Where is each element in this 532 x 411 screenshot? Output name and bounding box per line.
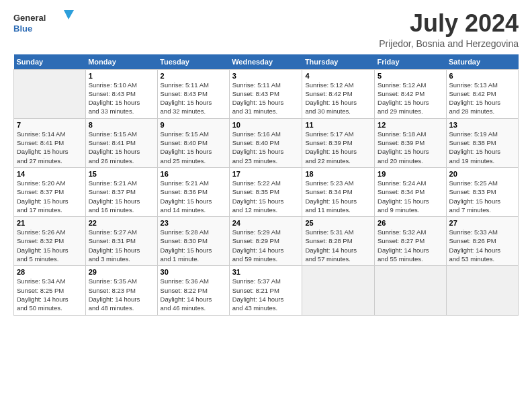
day-info: Sunrise: 5:15 AMSunset: 8:40 PMDaylight:…	[161, 130, 226, 165]
day-number: 25	[305, 219, 371, 227]
day-info: Sunrise: 5:11 AMSunset: 8:43 PMDaylight:…	[161, 81, 226, 116]
table-row	[375, 266, 447, 315]
calendar-table: Sunday Monday Tuesday Wednesday Thursday…	[13, 54, 519, 316]
day-number: 7	[17, 121, 83, 129]
table-row: 6Sunrise: 5:13 AMSunset: 8:42 PMDaylight…	[446, 69, 518, 118]
table-row: 19Sunrise: 5:24 AMSunset: 8:34 PMDayligh…	[375, 167, 447, 216]
week-row-2: 7Sunrise: 5:14 AMSunset: 8:41 PMDaylight…	[14, 118, 519, 167]
day-number: 12	[378, 121, 443, 129]
table-row: 1Sunrise: 5:10 AMSunset: 8:43 PMDaylight…	[85, 69, 157, 118]
page: General Blue July 2024 Prijedor, Bosnia …	[0, 0, 532, 411]
table-row: 4Sunrise: 5:12 AMSunset: 8:42 PMDaylight…	[302, 69, 375, 118]
day-info: Sunrise: 5:16 AMSunset: 8:40 PMDaylight:…	[232, 130, 300, 165]
day-number: 22	[89, 219, 154, 227]
day-number: 28	[17, 268, 83, 276]
table-row: 8Sunrise: 5:15 AMSunset: 8:41 PMDaylight…	[85, 118, 157, 167]
day-info: Sunrise: 5:25 AMSunset: 8:33 PMDaylight:…	[449, 179, 515, 214]
table-row: 21Sunrise: 5:26 AMSunset: 8:32 PMDayligh…	[14, 217, 86, 266]
table-row: 10Sunrise: 5:16 AMSunset: 8:40 PMDayligh…	[229, 118, 302, 167]
day-info: Sunrise: 5:33 AMSunset: 8:26 PMDaylight:…	[449, 228, 515, 263]
table-row: 22Sunrise: 5:27 AMSunset: 8:31 PMDayligh…	[85, 217, 157, 266]
table-row: 13Sunrise: 5:19 AMSunset: 8:38 PMDayligh…	[446, 118, 518, 167]
day-info: Sunrise: 5:29 AMSunset: 8:29 PMDaylight:…	[232, 228, 300, 263]
day-number: 14	[17, 170, 83, 178]
table-row	[302, 266, 375, 315]
day-info: Sunrise: 5:22 AMSunset: 8:35 PMDaylight:…	[232, 179, 300, 214]
col-tuesday: Tuesday	[157, 54, 229, 70]
day-info: Sunrise: 5:12 AMSunset: 8:42 PMDaylight:…	[378, 81, 443, 116]
table-row: 23Sunrise: 5:28 AMSunset: 8:30 PMDayligh…	[157, 217, 229, 266]
day-info: Sunrise: 5:19 AMSunset: 8:38 PMDaylight:…	[449, 130, 515, 165]
location-title: Prijedor, Bosnia and Herzegovina	[379, 38, 519, 49]
day-number: 8	[89, 121, 154, 129]
table-row: 12Sunrise: 5:18 AMSunset: 8:39 PMDayligh…	[375, 118, 447, 167]
table-row: 25Sunrise: 5:31 AMSunset: 8:28 PMDayligh…	[302, 217, 375, 266]
day-number: 3	[232, 72, 300, 80]
svg-marker-1	[64, 10, 74, 19]
table-row: 17Sunrise: 5:22 AMSunset: 8:35 PMDayligh…	[229, 167, 302, 216]
table-row: 27Sunrise: 5:33 AMSunset: 8:26 PMDayligh…	[446, 217, 518, 266]
day-info: Sunrise: 5:14 AMSunset: 8:41 PMDaylight:…	[17, 130, 83, 165]
table-row: 30Sunrise: 5:36 AMSunset: 8:22 PMDayligh…	[157, 266, 229, 315]
day-number: 11	[305, 121, 371, 129]
col-wednesday: Wednesday	[229, 54, 302, 70]
day-number: 13	[449, 121, 515, 129]
table-row	[14, 69, 86, 118]
day-number: 1	[89, 72, 154, 80]
day-number: 21	[17, 219, 83, 227]
day-info: Sunrise: 5:21 AMSunset: 8:37 PMDaylight:…	[89, 179, 154, 214]
day-number: 19	[378, 170, 443, 178]
table-row: 31Sunrise: 5:37 AMSunset: 8:21 PMDayligh…	[229, 266, 302, 315]
day-info: Sunrise: 5:26 AMSunset: 8:32 PMDaylight:…	[17, 228, 83, 263]
day-info: Sunrise: 5:23 AMSunset: 8:34 PMDaylight:…	[305, 179, 371, 214]
day-info: Sunrise: 5:27 AMSunset: 8:31 PMDaylight:…	[89, 228, 154, 263]
table-row: 26Sunrise: 5:32 AMSunset: 8:27 PMDayligh…	[375, 217, 447, 266]
week-row-1: 1Sunrise: 5:10 AMSunset: 8:43 PMDaylight…	[14, 69, 519, 118]
day-number: 10	[232, 121, 300, 129]
table-row: 14Sunrise: 5:20 AMSunset: 8:37 PMDayligh…	[14, 167, 86, 216]
day-info: Sunrise: 5:36 AMSunset: 8:22 PMDaylight:…	[161, 277, 226, 312]
day-info: Sunrise: 5:24 AMSunset: 8:34 PMDaylight:…	[378, 179, 443, 214]
day-info: Sunrise: 5:21 AMSunset: 8:36 PMDaylight:…	[161, 179, 226, 214]
table-row: 9Sunrise: 5:15 AMSunset: 8:40 PMDaylight…	[157, 118, 229, 167]
week-row-4: 21Sunrise: 5:26 AMSunset: 8:32 PMDayligh…	[14, 217, 519, 266]
day-number: 26	[378, 219, 443, 227]
title-area: July 2024 Prijedor, Bosnia and Herzegovi…	[379, 10, 519, 49]
col-thursday: Thursday	[302, 54, 375, 70]
day-number: 24	[232, 219, 300, 227]
day-number: 4	[305, 72, 371, 80]
table-row: 7Sunrise: 5:14 AMSunset: 8:41 PMDaylight…	[14, 118, 86, 167]
week-row-5: 28Sunrise: 5:34 AMSunset: 8:25 PMDayligh…	[14, 266, 519, 315]
day-number: 9	[161, 121, 226, 129]
month-title: July 2024	[379, 10, 519, 37]
day-info: Sunrise: 5:31 AMSunset: 8:28 PMDaylight:…	[305, 228, 371, 263]
table-row	[446, 266, 518, 315]
day-info: Sunrise: 5:12 AMSunset: 8:42 PMDaylight:…	[305, 81, 371, 116]
svg-text:General: General	[13, 13, 46, 23]
table-row: 24Sunrise: 5:29 AMSunset: 8:29 PMDayligh…	[229, 217, 302, 266]
header-row: Sunday Monday Tuesday Wednesday Thursday…	[14, 54, 519, 70]
logo-svg: General Blue	[13, 10, 74, 38]
day-info: Sunrise: 5:34 AMSunset: 8:25 PMDaylight:…	[17, 277, 83, 312]
logo: General Blue	[13, 10, 74, 38]
col-sunday: Sunday	[14, 54, 86, 70]
day-number: 2	[161, 72, 226, 80]
day-number: 18	[305, 170, 371, 178]
day-info: Sunrise: 5:15 AMSunset: 8:41 PMDaylight:…	[89, 130, 154, 165]
table-row: 20Sunrise: 5:25 AMSunset: 8:33 PMDayligh…	[446, 167, 518, 216]
table-row: 16Sunrise: 5:21 AMSunset: 8:36 PMDayligh…	[157, 167, 229, 216]
col-saturday: Saturday	[446, 54, 518, 70]
day-info: Sunrise: 5:35 AMSunset: 8:23 PMDaylight:…	[89, 277, 154, 312]
day-number: 17	[232, 170, 300, 178]
day-number: 6	[449, 72, 515, 80]
day-info: Sunrise: 5:28 AMSunset: 8:30 PMDaylight:…	[161, 228, 226, 263]
day-number: 15	[89, 170, 154, 178]
day-info: Sunrise: 5:32 AMSunset: 8:27 PMDaylight:…	[378, 228, 443, 263]
col-friday: Friday	[375, 54, 447, 70]
day-info: Sunrise: 5:13 AMSunset: 8:42 PMDaylight:…	[449, 81, 515, 116]
col-monday: Monday	[85, 54, 157, 70]
day-number: 5	[378, 72, 443, 80]
table-row: 15Sunrise: 5:21 AMSunset: 8:37 PMDayligh…	[85, 167, 157, 216]
table-row: 18Sunrise: 5:23 AMSunset: 8:34 PMDayligh…	[302, 167, 375, 216]
table-row: 28Sunrise: 5:34 AMSunset: 8:25 PMDayligh…	[14, 266, 86, 315]
